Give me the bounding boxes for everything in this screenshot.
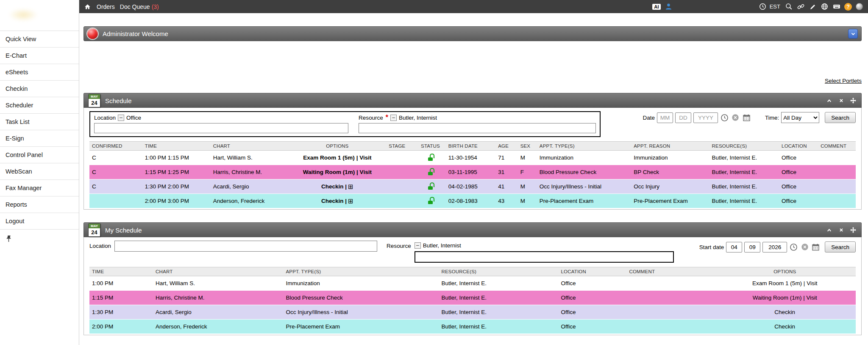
my-schedule-resource-input[interactable]	[415, 251, 674, 263]
date-year-input[interactable]	[693, 112, 718, 123]
clock-icon[interactable]	[759, 3, 767, 11]
collapse-location-button[interactable]: –	[118, 115, 124, 121]
cell: C	[89, 180, 142, 194]
sidebar-item-fax-manager[interactable]: Fax Manager	[0, 180, 79, 196]
home-icon[interactable]	[83, 3, 92, 11]
globe-icon[interactable]	[821, 3, 829, 11]
sidebar-item-esheets[interactable]: eSheets	[0, 64, 79, 81]
options-cell[interactable]: Checkin	[714, 305, 856, 320]
sidebar-item-e-sign[interactable]: E-Sign	[0, 130, 79, 147]
schedule-row[interactable]: C1:00 PM 1:15 PMHart, William S.Exam Roo…	[89, 151, 856, 165]
user-icon[interactable]	[665, 3, 673, 11]
options-cell[interactable]: Waiting Room (1m) | Visit	[295, 165, 379, 180]
cell: Anderson, Frederick	[211, 194, 296, 208]
time-select[interactable]: All Day	[781, 112, 819, 123]
schedule-row[interactable]: C1:30 PM 2:00 PMAcardi, SergioCheckin |⊞…	[89, 180, 856, 194]
clear-date-icon[interactable]	[800, 243, 809, 252]
unlocked-icon[interactable]	[428, 186, 433, 190]
ai-badge[interactable]: AI	[652, 4, 661, 10]
options-cell[interactable]: Exam Room 1 (5m) | Visit	[714, 276, 856, 291]
schedule-row[interactable]: 2:00 PM 3:00 PMAnderson, FrederickChecki…	[89, 194, 856, 208]
my-schedule-row[interactable]: 1:15 PMHarris, Christine M.Blood Pressur…	[89, 291, 856, 305]
time-picker-icon[interactable]	[789, 243, 798, 252]
options-cell[interactable]: Checkin |⊞	[295, 194, 379, 208]
options-cell[interactable]: Exam Room 1 (5m) | Visit	[295, 151, 379, 165]
my-schedule-row[interactable]: 1:00 PMHart, William S.ImmunizationButle…	[89, 276, 856, 291]
sidebar-item-webscan[interactable]: WebScan	[0, 163, 79, 180]
status-cell	[415, 194, 445, 208]
calendar-picker-icon[interactable]	[811, 243, 820, 252]
sidebar-item-scheduler[interactable]: Scheduler	[0, 97, 79, 114]
sidebar-item-quick-view[interactable]: Quick View	[0, 31, 79, 48]
options-cell[interactable]: Checkin	[714, 320, 856, 334]
pin-icon[interactable]	[6, 235, 12, 242]
column-header: TIME	[142, 142, 211, 151]
doc-queue-link[interactable]: Doc Queue(3)	[120, 3, 159, 10]
start-day-input[interactable]	[744, 242, 760, 252]
resource-label: Resource	[387, 241, 411, 252]
link-icon[interactable]	[797, 3, 805, 11]
options-primary-link[interactable]: Exam Room 1 (5m)	[303, 154, 355, 161]
close-portlet-icon[interactable]	[837, 97, 845, 105]
options-cell[interactable]: Checkin |⊞	[295, 180, 379, 194]
my-schedule-row[interactable]: 1:30 PMAcardi, SergioOcc Injury/Illness …	[89, 305, 856, 320]
pencil-icon[interactable]	[809, 3, 817, 11]
cell: Butler, Internist E.	[439, 276, 558, 291]
help-icon[interactable]: ?	[844, 3, 852, 11]
cell: 1:30 PM 2:00 PM	[142, 180, 211, 194]
schedule-search-button[interactable]: Search	[825, 112, 856, 123]
column-header: CHART	[211, 142, 296, 151]
close-portlet-icon[interactable]	[837, 226, 845, 234]
collapse-resource-button[interactable]: –	[390, 115, 397, 121]
options-secondary-link[interactable]: |	[344, 183, 347, 190]
options-secondary-link[interactable]: |	[344, 198, 347, 204]
calendar-picker-icon[interactable]	[742, 113, 751, 122]
start-year-input[interactable]	[762, 242, 787, 252]
select-portlets-link[interactable]: Select Portlets	[825, 78, 862, 84]
sidebar-item-checkin[interactable]: Checkin	[0, 81, 79, 97]
options-primary-link[interactable]: Checkin	[321, 183, 344, 190]
keyboard-icon[interactable]	[832, 3, 840, 11]
move-portlet-icon[interactable]	[849, 97, 857, 105]
orders-link[interactable]: Orders	[97, 3, 115, 10]
expand-options-icon[interactable]: ⊞	[348, 197, 353, 205]
collapse-portlet-icon[interactable]	[825, 226, 833, 234]
schedule-location-input[interactable]	[94, 123, 348, 133]
unlocked-icon[interactable]	[428, 157, 433, 161]
cell: M	[518, 180, 537, 194]
date-month-input[interactable]	[657, 112, 673, 123]
expand-options-icon[interactable]: ⊞	[348, 183, 353, 190]
resource-value: Butler, Internist	[399, 115, 437, 121]
sidebar-item-e-chart[interactable]: E-Chart	[0, 48, 79, 64]
sidebar-item-task-list[interactable]: Task List	[0, 114, 79, 130]
status-sphere-icon[interactable]	[856, 3, 863, 10]
start-month-input[interactable]	[726, 242, 742, 252]
sidebar-item-logout[interactable]: Logout	[0, 213, 79, 230]
options-primary-link[interactable]: Checkin	[321, 198, 344, 204]
welcome-collapse-button[interactable]	[848, 29, 858, 39]
unlocked-icon[interactable]	[428, 201, 433, 204]
options-cell[interactable]: Waiting Room (1m) | Visit	[714, 291, 856, 305]
my-schedule-search-button[interactable]: Search	[825, 241, 856, 252]
collapse-portlet-icon[interactable]	[825, 97, 833, 105]
sidebar-item-control-panel[interactable]: Control Panel	[0, 147, 79, 163]
my-schedule-location-input[interactable]	[114, 241, 377, 252]
search-icon[interactable]	[785, 3, 793, 11]
cell: Office	[558, 291, 626, 305]
date-day-input[interactable]	[675, 112, 691, 123]
sidebar-item-reports[interactable]: Reports	[0, 196, 79, 213]
cell: Blood Pressure Check	[537, 165, 631, 180]
cell	[626, 320, 714, 334]
options-secondary-link[interactable]: | Visit	[355, 169, 372, 175]
unlocked-icon[interactable]	[428, 172, 433, 175]
schedule-resource-input[interactable]	[359, 123, 596, 133]
my-schedule-row[interactable]: 2:00 PMAnderson, FrederickPre-Placement …	[89, 320, 856, 334]
collapse-resource-button[interactable]: –	[415, 242, 421, 249]
column-header: OPTIONS	[714, 267, 856, 276]
time-picker-icon[interactable]	[720, 113, 729, 122]
options-secondary-link[interactable]: | Visit	[355, 154, 372, 161]
options-primary-link[interactable]: Waiting Room (1m)	[303, 169, 355, 175]
clear-date-icon[interactable]	[731, 113, 740, 122]
move-portlet-icon[interactable]	[849, 226, 857, 234]
schedule-row[interactable]: C1:15 PM 1:25 PMHarris, Christine M.Wait…	[89, 165, 856, 180]
